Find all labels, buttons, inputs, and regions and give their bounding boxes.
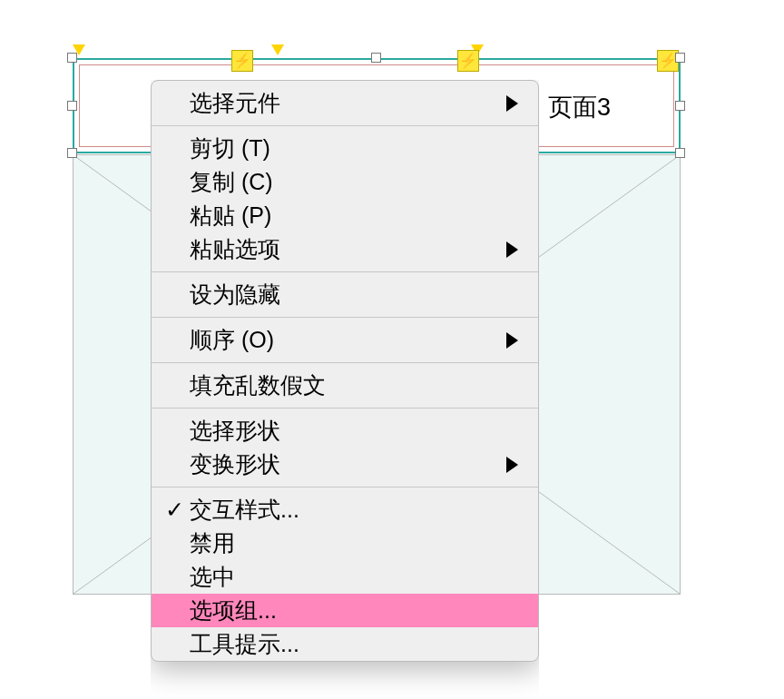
selection-handle[interactable]	[67, 53, 77, 63]
menu-item-label: 复制 (C)	[190, 169, 273, 194]
context-menu[interactable]: 选择元件 剪切 (T) 复制 (C) 粘贴 (P) 粘贴选项 设为隐藏	[151, 80, 539, 662]
menu-item-selected[interactable]: 选中	[152, 560, 538, 594]
menu-item-paste-options[interactable]: 粘贴选项	[152, 232, 538, 266]
menu-item-tooltip[interactable]: 工具提示...	[152, 627, 538, 661]
tab-label[interactable]: 页面3	[548, 91, 611, 123]
menu-separator	[152, 408, 538, 409]
menu-separator	[152, 317, 538, 318]
selection-handle[interactable]	[675, 101, 685, 111]
menu-item-label: 选中	[190, 564, 235, 589]
checkmark-icon: ✓	[162, 493, 186, 527]
menu-item-label: 粘贴选项	[190, 236, 280, 261]
menu-item-label: 选择元件	[190, 90, 280, 115]
menu-item-label: 设为隐藏	[190, 281, 280, 307]
menu-item-cut[interactable]: 剪切 (T)	[152, 132, 538, 165]
note-pointer-icon	[271, 44, 284, 55]
menu-item-paste[interactable]: 粘贴 (P)	[152, 199, 538, 232]
menu-item-label: 剪切 (T)	[190, 135, 270, 161]
menu-item-order[interactable]: 顺序 (O)	[152, 323, 538, 357]
menu-item-label: 禁用	[190, 530, 235, 556]
selection-handle[interactable]	[67, 101, 77, 111]
menu-item-label: 工具提示...	[190, 631, 299, 656]
menu-separator	[152, 125, 538, 126]
selection-handle[interactable]	[371, 53, 381, 63]
menu-item-label: 顺序 (O)	[190, 327, 274, 352]
submenu-arrow-icon	[506, 332, 518, 349]
submenu-arrow-icon	[506, 241, 518, 258]
menu-item-select-widget[interactable]: 选择元件	[152, 86, 538, 120]
menu-item-label: 填充乱数假文	[190, 372, 326, 398]
menu-item-set-hidden[interactable]: 设为隐藏	[152, 278, 538, 311]
menu-item-interaction-styles[interactable]: ✓ 交互样式...	[152, 493, 538, 527]
submenu-arrow-icon	[506, 457, 518, 473]
menu-item-label: 选项组...	[190, 597, 277, 623]
selection-handle[interactable]	[67, 148, 77, 158]
interaction-marker-icon[interactable]: ⚡	[231, 50, 253, 72]
menu-separator	[152, 362, 538, 363]
menu-item-select-shape[interactable]: 选择形状	[152, 414, 538, 448]
menu-separator	[152, 271, 538, 272]
submenu-arrow-icon	[506, 95, 518, 112]
interaction-marker-icon[interactable]: ⚡	[457, 50, 479, 72]
menu-item-label: 粘贴 (P)	[190, 202, 271, 228]
menu-item-lorem-ipsum[interactable]: 填充乱数假文	[152, 369, 538, 402]
selection-handle[interactable]	[675, 53, 685, 63]
menu-item-option-group[interactable]: 选项组...	[152, 594, 538, 627]
menu-item-label: 选择形状	[190, 418, 280, 443]
menu-item-copy[interactable]: 复制 (C)	[152, 165, 538, 199]
menu-item-disabled[interactable]: 禁用	[152, 527, 538, 560]
menu-item-transform-shape[interactable]: 变换形状	[152, 448, 538, 481]
design-canvas[interactable]: 页面3 ⚡ ⚡ ⚡ 选择元件 剪切 (T) 复制 (C) 粘贴 (P)	[0, 0, 784, 699]
selection-handle[interactable]	[675, 148, 685, 158]
menu-item-label: 变换形状	[190, 451, 280, 477]
menu-separator	[152, 487, 538, 487]
menu-item-label: 交互样式...	[190, 497, 299, 522]
